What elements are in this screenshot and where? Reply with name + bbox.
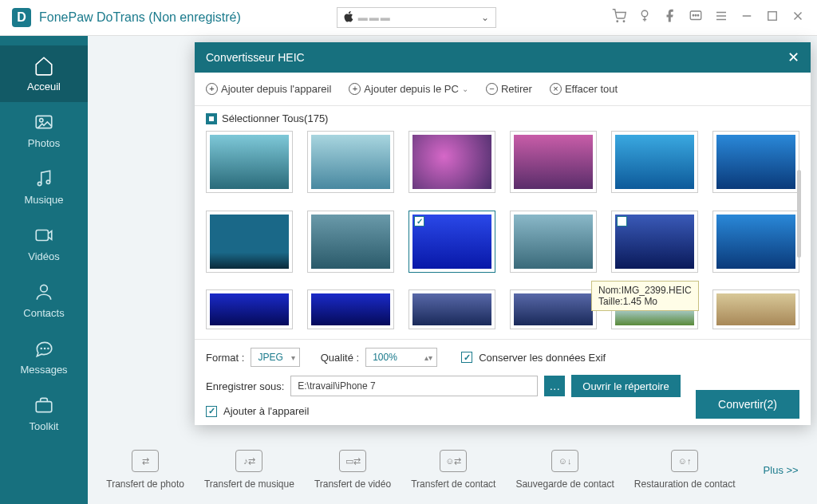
sidebar-item-label: Messages [20, 364, 67, 376]
svg-point-21 [45, 348, 45, 348]
dialog-header: Convertisseur HEIC ✕ [195, 42, 811, 73]
quick-photo-transfer[interactable]: ⇄Transfert de photo [106, 450, 184, 490]
svg-point-22 [48, 348, 49, 348]
photo-thumb[interactable] [307, 211, 394, 273]
add-from-pc-button[interactable]: +Ajouter depuis le PC⌄ [349, 83, 468, 95]
thumb-checkbox[interactable] [617, 216, 627, 226]
x-icon: × [550, 83, 562, 95]
add-to-device-checkbox[interactable] [206, 406, 217, 417]
quality-label: Qualité : [321, 352, 359, 364]
select-all-label: Sélectionner Tous(175) [222, 112, 328, 124]
svg-point-17 [46, 180, 49, 183]
apple-icon [344, 11, 353, 25]
remove-button[interactable]: −Retirer [486, 83, 532, 95]
exif-checkbox[interactable] [461, 352, 472, 363]
photo-grid: Nom:IMG_2399.HEIC Taille:1.45 Mo [195, 128, 811, 339]
titlebar: D FonePaw DoTrans (Non enregistré) ▬▬▬ ⌄ [0, 0, 817, 36]
sidebar: Acceuil Photos Musique Vidéos Contacts M… [0, 36, 88, 504]
sidebar-item-videos[interactable]: Vidéos [0, 215, 88, 272]
sidebar-item-home[interactable]: Acceuil [0, 45, 88, 102]
heic-converter-dialog: Convertisseur HEIC ✕ +Ajouter depuis l'a… [195, 42, 811, 425]
photo-thumb[interactable] [206, 289, 293, 329]
photo-thumb[interactable] [510, 289, 597, 329]
photo-thumb[interactable] [206, 131, 293, 193]
format-select[interactable]: JPEG▾ [251, 348, 299, 367]
quick-contact-transfer[interactable]: ☺⇄Transfert de contact [411, 450, 495, 490]
photo-thumb[interactable] [206, 211, 293, 273]
facebook-icon[interactable] [663, 9, 677, 26]
app-title: FonePaw DoTrans (Non enregistré) [39, 10, 241, 25]
device-selector[interactable]: ▬▬▬ ⌄ [337, 7, 496, 28]
photo-thumb[interactable] [611, 131, 698, 193]
save-path-input[interactable]: E:\travail\iPhone 7 [290, 376, 538, 396]
scrollbar[interactable] [797, 170, 801, 258]
photo-thumb[interactable] [712, 131, 799, 193]
format-label: Format : [206, 352, 244, 364]
select-all-row[interactable]: Sélectionner Tous(175) [195, 106, 811, 128]
sidebar-item-contacts[interactable]: Contacts [0, 272, 88, 329]
sidebar-item-music[interactable]: Musique [0, 159, 88, 215]
quick-actions-bar: ⇄Transfert de photo ♪⇄Transfert de musiq… [88, 450, 817, 490]
add-from-device-button[interactable]: +Ajouter depuis l'appareil [206, 83, 331, 95]
svg-rect-23 [36, 402, 52, 412]
photo-thumb[interactable] [408, 211, 495, 273]
menu-icon[interactable] [714, 9, 728, 26]
dialog-title: Convertisseur HEIC [206, 51, 305, 64]
sidebar-item-label: Acceuil [27, 81, 61, 93]
convert-button[interactable]: Convertir(2) [696, 390, 799, 419]
device-name-redacted: ▬▬▬ [358, 12, 392, 23]
sidebar-item-photos[interactable]: Photos [0, 102, 88, 159]
key-icon[interactable] [637, 9, 652, 26]
open-directory-button[interactable]: Ouvrir le répertoire [571, 375, 680, 397]
photo-thumb[interactable] [408, 131, 495, 193]
content-area: ⇄Transfert de photo ♪⇄Transfert de musiq… [88, 36, 817, 504]
photo-thumb[interactable] [510, 131, 597, 193]
app-logo-icon: D [12, 8, 31, 27]
photo-thumb[interactable] [408, 289, 495, 329]
plus-icon: + [206, 83, 218, 95]
quality-select[interactable]: 100%▴▾ [365, 348, 437, 367]
svg-point-20 [41, 348, 41, 348]
quick-video-transfer[interactable]: ▭⇄Transfert de vidéo [314, 450, 391, 490]
minimize-button[interactable] [740, 9, 754, 26]
stepper-icon: ▴▾ [424, 353, 432, 362]
photo-thumb[interactable] [712, 289, 799, 329]
sidebar-item-label: Vidéos [28, 250, 60, 262]
quick-contact-backup[interactable]: ☺↓Sauvegarde de contact [515, 450, 614, 490]
svg-point-4 [693, 15, 694, 17]
close-button[interactable] [791, 9, 805, 26]
add-to-device-label: Ajouter à l'appareil [223, 405, 309, 417]
svg-point-19 [41, 285, 48, 292]
chevron-down-icon: ⌄ [462, 85, 468, 93]
photo-thumb[interactable] [611, 211, 698, 273]
thumb-checkbox[interactable] [414, 216, 424, 226]
photo-thumb[interactable] [712, 211, 799, 273]
feedback-icon[interactable] [689, 9, 703, 26]
quick-music-transfer[interactable]: ♪⇄Transfert de musique [204, 450, 294, 490]
select-all-checkbox[interactable] [206, 113, 217, 124]
exif-label: Conserver les données Exif [479, 352, 606, 364]
chevron-down-icon: ⌄ [481, 12, 489, 23]
cart-icon[interactable] [612, 9, 626, 26]
sidebar-item-label: Contacts [23, 307, 64, 319]
svg-point-16 [37, 182, 41, 185]
more-link[interactable]: Plus >> [764, 464, 799, 476]
sidebar-item-label: Toolkit [30, 420, 59, 432]
photo-thumb[interactable] [510, 211, 597, 273]
sidebar-item-toolkit[interactable]: Toolkit [0, 385, 88, 442]
svg-rect-18 [36, 230, 48, 241]
svg-point-1 [623, 21, 625, 22]
plus-icon: + [349, 83, 361, 95]
clear-all-button[interactable]: ×Effacer tout [550, 83, 618, 95]
photo-thumb[interactable] [307, 289, 394, 329]
dialog-close-button[interactable]: ✕ [787, 49, 799, 66]
sidebar-item-messages[interactable]: Messages [0, 329, 88, 385]
quick-contact-restore[interactable]: ☺↑Restauration de contact [634, 450, 736, 490]
dialog-toolbar: +Ajouter depuis l'appareil +Ajouter depu… [195, 73, 811, 106]
dialog-footer: Format : JPEG▾ Qualité : 100%▴▾ Conserve… [195, 339, 811, 425]
minus-icon: − [486, 83, 498, 95]
photo-thumb[interactable] [307, 131, 394, 193]
maximize-button[interactable] [765, 9, 780, 26]
chevron-down-icon: ▾ [291, 353, 295, 362]
browse-button[interactable]: … [544, 376, 565, 396]
